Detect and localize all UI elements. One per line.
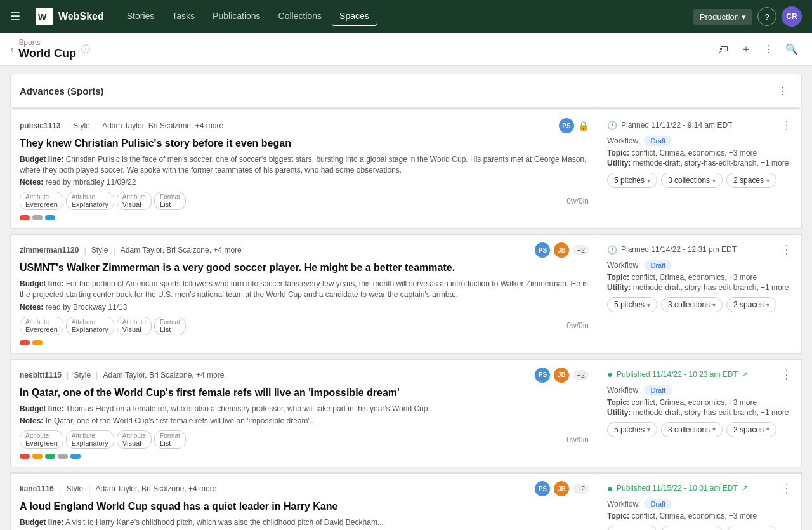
add-button[interactable]: ＋	[736, 39, 756, 60]
card-notes: Notes: read by mbradley 11/09/22	[20, 178, 589, 187]
logo: W WebSked	[36, 8, 104, 25]
hamburger-menu[interactable]: ☰	[10, 10, 20, 23]
schedule-text: Planned 11/11/22 - 9:14 am EDT	[621, 121, 732, 129]
tag-item[interactable]: AttributeEvergreen	[20, 430, 63, 449]
spaces-button[interactable]: 2 spaces ▾	[726, 173, 776, 188]
spaces-button[interactable]: 2 spaces ▾	[726, 526, 776, 530]
tag-item[interactable]: AttributeVisual	[117, 430, 152, 449]
tag-item[interactable]: AttributeVisual	[117, 192, 152, 210]
schedule-text: Published 11/15/22 - 10:01 am EDT	[617, 484, 738, 493]
workflow-badge[interactable]: Draft	[644, 136, 672, 146]
schedule-line: 🕐 Planned 11/11/22 - 9:14 am EDT ⋮	[607, 118, 792, 132]
pitches-button[interactable]: 5 pitches ▾	[607, 526, 657, 530]
tag-item[interactable]: FormatList	[154, 192, 186, 210]
card-more-button[interactable]: ⋮	[781, 242, 792, 256]
action-buttons: 5 pitches ▾ 3 collections ▾ 2 spaces ▾	[607, 526, 792, 530]
story-authors: Adam Taylor, Bri Scalzone, +4 more	[96, 484, 217, 493]
story-section: Style	[91, 246, 108, 255]
card-tags: AttributeEvergreenAttributeExplanatoryAt…	[20, 317, 186, 335]
story-section: Style	[73, 121, 90, 130]
schedule-line: ● Published 11/14/22 - 10:23 am EDT ↗ ⋮	[607, 368, 792, 381]
tag-item[interactable]: AttributeVisual	[117, 317, 152, 335]
schedule-line: 🕐 Planned 11/14/22 - 12:31 pm EDT ⋮	[607, 242, 792, 256]
card-right: 🕐 Planned 11/11/22 - 9:14 am EDT ⋮ Workf…	[598, 110, 801, 228]
topic-line: Topic: conflict, Crimea, economics, +3 m…	[607, 398, 792, 407]
collections-button[interactable]: 3 collections ▾	[661, 422, 723, 437]
workflow-badge[interactable]: Draft	[644, 499, 672, 509]
story-headline[interactable]: USMNT's Walker Zimmerman is a very good …	[20, 262, 589, 275]
workflow-line: Workflow: Draft	[607, 136, 792, 146]
user-avatar[interactable]: CR	[782, 6, 802, 27]
collections-button[interactable]: 3 collections ▾	[661, 526, 723, 530]
author-avatar-jb: JB	[554, 242, 569, 258]
card-tags: AttributeEvergreenAttributeExplanatoryAt…	[20, 192, 186, 210]
nav-tasks[interactable]: Tasks	[164, 7, 202, 26]
card-more-button[interactable]: ⋮	[781, 481, 792, 495]
info-icon[interactable]: ⓘ	[81, 44, 90, 55]
tag-button[interactable]: 🏷	[713, 39, 733, 60]
tag-item[interactable]: AttributeEvergreen	[20, 192, 63, 210]
collections-button[interactable]: 3 collections ▾	[661, 173, 723, 188]
story-headline[interactable]: They knew Christian Pulisic's story befo…	[20, 137, 589, 150]
search-button[interactable]: 🔍	[782, 39, 802, 60]
author-avatar-jb: JB	[554, 481, 569, 496]
spaces-button[interactable]: 2 spaces ▾	[726, 297, 776, 312]
color-dots	[20, 215, 589, 220]
card-tags: AttributeEvergreenAttributeExplanatoryAt…	[20, 430, 186, 449]
tag-item[interactable]: AttributeEvergreen	[20, 317, 63, 335]
nav-stories[interactable]: Stories	[119, 7, 162, 26]
card-more-button[interactable]: ⋮	[781, 368, 792, 381]
card-more-button[interactable]: ⋮	[781, 118, 792, 132]
word-count: 0w/0in	[566, 321, 589, 330]
tag-item[interactable]: AttributeExplanatory	[66, 192, 114, 210]
nav-publications[interactable]: Publications	[205, 7, 268, 26]
more-options-button[interactable]: ⋮	[759, 39, 779, 60]
tag-item[interactable]: AttributeExplanatory	[66, 317, 114, 335]
breadcrumb-back-chevron[interactable]: ‹	[10, 44, 13, 55]
word-count: 0w/0in	[566, 435, 589, 444]
tag-item[interactable]: FormatList	[154, 317, 186, 335]
card-actions-right: PSJB +2	[535, 481, 589, 496]
workflow-badge[interactable]: Draft	[644, 385, 672, 395]
story-card: kane1116 | Style | Adam Taylor, Bri Scal…	[10, 473, 802, 530]
external-link-icon[interactable]: ↗	[742, 484, 748, 493]
tag-item[interactable]: FormatList	[154, 430, 186, 449]
card-right: ● Published 11/14/22 - 10:23 am EDT ↗ ⋮ …	[598, 360, 801, 467]
nav-collections[interactable]: Collections	[271, 7, 329, 26]
pitches-button[interactable]: 5 pitches ▾	[607, 297, 657, 312]
color-dot	[32, 215, 43, 220]
tag-item[interactable]: AttributeExplanatory	[66, 430, 114, 449]
breadcrumb: Sports World Cup	[18, 38, 76, 60]
story-headline[interactable]: In Qatar, one of the World Cup's first f…	[20, 387, 589, 400]
help-button[interactable]: ?	[757, 7, 776, 26]
external-link-icon[interactable]: ↗	[742, 370, 748, 379]
section-more-button[interactable]: ⋮	[772, 81, 792, 101]
workflow-line: Workflow: Draft	[607, 385, 792, 395]
collections-button[interactable]: 3 collections ▾	[661, 297, 723, 312]
color-dot	[20, 340, 30, 345]
story-headline[interactable]: A loud England World Cup squad has a qui…	[20, 500, 589, 513]
pitches-button[interactable]: 5 pitches ▾	[607, 173, 657, 188]
color-dot	[58, 454, 68, 459]
color-dot	[20, 215, 30, 220]
color-dots	[20, 340, 589, 345]
color-dot	[32, 340, 43, 345]
card-meta-top: pulisic1113 | Style | Adam Taylor, Bri S…	[20, 118, 589, 133]
story-authors: Adam Taylor, Bri Scalzone, +4 more	[103, 371, 225, 380]
planned-icon: 🕐	[607, 121, 617, 130]
nav-spaces[interactable]: Spaces	[332, 7, 377, 26]
spaces-button[interactable]: 2 spaces ▾	[726, 422, 776, 437]
card-actions-right: PSJB +2	[535, 368, 589, 383]
color-dot	[32, 454, 43, 459]
breadcrumb-bar: ‹ Sports World Cup ⓘ 🏷 ＋ ⋮ 🔍	[0, 33, 812, 66]
action-buttons: 5 pitches ▾ 3 collections ▾ 2 spaces ▾	[607, 173, 792, 188]
workflow-badge[interactable]: Draft	[644, 260, 672, 270]
utility-line: Utility: methode-draft, story-has-edit-b…	[607, 159, 792, 168]
card-notes: Notes: read by Brockway 11/13	[20, 303, 589, 312]
workflow-label: Workflow:	[607, 136, 640, 145]
pitches-button[interactable]: 5 pitches ▾	[607, 422, 657, 437]
wp-logo-icon: W	[36, 8, 53, 25]
section-header: Advances (Sports) ⋮	[11, 74, 801, 108]
environment-selector[interactable]: Production ▾	[693, 9, 752, 25]
author-avatar-jb: JB	[554, 368, 569, 383]
